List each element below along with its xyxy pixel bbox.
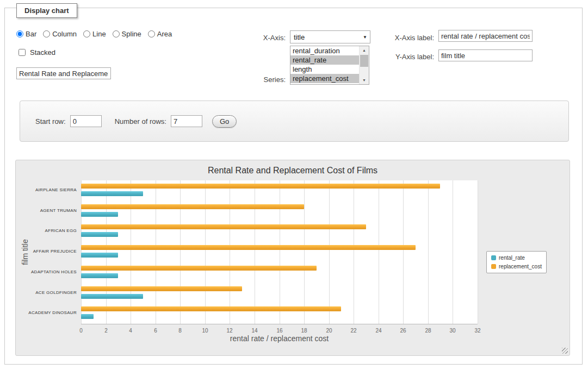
chart-type-option-spline[interactable]: Spline [113, 30, 141, 38]
row-range-panel: Start row: Number of rows: Go [20, 101, 569, 142]
series-listbox[interactable]: rental_durationrental_ratelengthreplacem… [290, 46, 369, 85]
stacked-checkbox[interactable] [18, 49, 26, 56]
x-tick-label: 24 [370, 328, 387, 334]
bar-replacement_cost[interactable] [81, 286, 242, 291]
y-axis-label-field-label: Y-Axis label: [375, 53, 434, 61]
bar-rental_rate[interactable] [81, 191, 143, 196]
series-select-label: Series: [234, 76, 286, 84]
resize-handle-icon[interactable] [562, 348, 568, 354]
x-axis-label-input[interactable] [438, 30, 533, 42]
bar-rental_rate[interactable] [81, 212, 118, 217]
category-label: ACADEMY DINOSAUR [16, 310, 77, 315]
x-axis-label-field-label: X-Axis label: [375, 34, 434, 42]
x-tick-label: 8 [172, 328, 188, 334]
y-axis-label-input[interactable] [438, 49, 533, 61]
bar-replacement_cost[interactable] [81, 204, 304, 209]
series-listbox-scrollbar[interactable]: ▲ ▼ [359, 46, 369, 84]
x-axis-select-label: X-Axis: [234, 34, 286, 42]
chart-type-radio-group: BarColumnLineSplineArea [16, 30, 172, 38]
radio-label: Spline [122, 30, 141, 38]
bar-rental_rate[interactable] [81, 273, 118, 278]
bar-rental_rate[interactable] [81, 232, 118, 237]
go-button[interactable]: Go [212, 115, 237, 128]
gridline [156, 180, 156, 324]
chart-type-option-line[interactable]: Line [83, 30, 106, 38]
gridline [354, 180, 354, 324]
x-tick-label: 26 [395, 328, 411, 334]
category-label: ADAPTATION HOLES [16, 269, 77, 274]
bar-replacement_cost[interactable] [81, 224, 366, 229]
radio-bar[interactable] [16, 30, 23, 37]
x-tick-label: 10 [197, 328, 213, 334]
gridline [453, 180, 453, 324]
x-axis-select[interactable]: title ▼ [290, 30, 370, 43]
gridline [329, 180, 330, 324]
legend-label: replacement_cost [499, 264, 542, 269]
radio-area[interactable] [148, 30, 155, 37]
category-label: AFFAIR PREJUDICE [16, 249, 77, 254]
gridline [205, 180, 206, 324]
radio-label: Line [92, 30, 106, 38]
series-option-length[interactable]: length [290, 65, 359, 74]
x-tick-label: 20 [321, 328, 337, 334]
x-axis-title: rental rate / replacement cost [81, 334, 478, 343]
series-option-replacement_cost[interactable]: replacement_cost [290, 74, 359, 83]
start-row-input[interactable] [70, 115, 102, 127]
bar-rental_rate[interactable] [81, 294, 143, 299]
x-tick-label: 2 [98, 328, 114, 334]
bar-replacement_cost[interactable] [81, 184, 440, 189]
bar-replacement_cost[interactable] [81, 306, 341, 311]
num-rows-input[interactable] [171, 115, 202, 127]
x-tick-label: 32 [469, 328, 486, 334]
num-rows-label: Number of rows: [115, 117, 166, 126]
gridline [379, 180, 379, 324]
gridline [106, 180, 107, 324]
radio-line[interactable] [83, 30, 90, 37]
bar-rental_rate[interactable] [81, 253, 118, 258]
gridline [230, 180, 230, 324]
x-tick-label: 28 [420, 328, 436, 334]
x-tick-label: 0 [73, 328, 89, 334]
chart-legend: rental_ratereplacement_cost [486, 251, 547, 273]
chart-type-option-bar[interactable]: Bar [16, 30, 36, 38]
gridline [478, 180, 478, 324]
legend-item-rental_rate[interactable]: rental_rate [491, 255, 542, 261]
radio-column[interactable] [43, 30, 50, 37]
scroll-thumb[interactable] [360, 55, 368, 67]
legend-swatch [491, 264, 496, 269]
x-tick-label: 18 [296, 328, 312, 334]
radio-label: Column [52, 30, 77, 38]
gridline [131, 180, 131, 324]
x-tick-label: 14 [246, 328, 263, 334]
gridline [280, 180, 280, 324]
gridline [255, 180, 255, 324]
radio-label: Bar [26, 30, 36, 38]
radio-label: Area [157, 30, 172, 38]
chart-type-option-area[interactable]: Area [148, 30, 172, 38]
chart-title-input[interactable] [16, 67, 111, 79]
chart-title: Rental Rate and Replacement Cost of Film… [16, 166, 570, 175]
legend-item-replacement_cost[interactable]: replacement_cost [491, 264, 542, 269]
category-label: ACE GOLDFINGER [16, 290, 77, 295]
x-axis-selected-value: title [290, 33, 360, 41]
x-tick-label: 22 [345, 328, 362, 334]
chart-type-option-column[interactable]: Column [43, 30, 77, 38]
stacked-option[interactable]: Stacked [16, 47, 55, 58]
gridline [428, 180, 429, 324]
x-tick-label: 30 [444, 328, 461, 334]
chart-panel: Rental Rate and Replacement Cost of Film… [15, 160, 570, 356]
category-label: AFRICAN EGG [16, 228, 77, 233]
series-option-rental_duration[interactable]: rental_duration [290, 46, 359, 55]
start-row-label: Start row: [35, 117, 66, 126]
bar-rental_rate[interactable] [81, 314, 94, 319]
series-option-rental_rate[interactable]: rental_rate [290, 55, 359, 65]
panel-title: Display chart [16, 3, 77, 18]
series-listbox-options: rental_durationrental_ratelengthreplacem… [290, 46, 359, 84]
scroll-up-icon[interactable]: ▲ [360, 46, 369, 54]
bar-replacement_cost[interactable] [81, 266, 317, 271]
bar-replacement_cost[interactable] [81, 245, 416, 250]
legend-label: rental_rate [499, 255, 525, 261]
scroll-down-icon[interactable]: ▼ [360, 76, 369, 84]
x-tick-label: 4 [122, 328, 139, 334]
radio-spline[interactable] [113, 30, 120, 37]
